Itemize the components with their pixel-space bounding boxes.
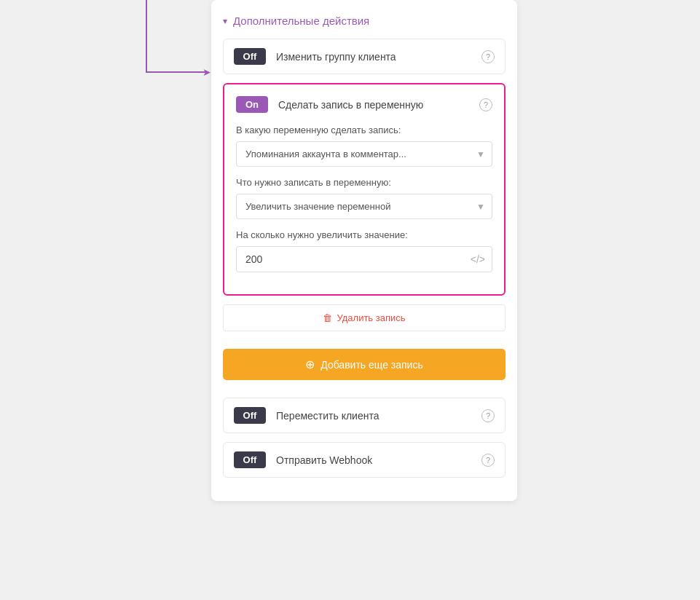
section-header[interactable]: ▾ Дополнительные действия <box>223 15 506 27</box>
action-select[interactable]: Увеличить значение переменной <box>236 194 492 219</box>
move-client-row: Off Переместить клиента ? <box>223 398 506 433</box>
delete-label: Удалить запись <box>337 312 405 323</box>
action-field-group: Что нужно записать в переменную: Увеличи… <box>236 177 492 219</box>
main-panel: ▾ Дополнительные действия Off Изменить г… <box>211 0 517 501</box>
add-record-label: Добавить еще запись <box>320 359 423 371</box>
connector-horizontal <box>146 71 208 73</box>
connector-line <box>146 0 147 73</box>
spacer-3 <box>223 389 506 398</box>
variable-select[interactable]: Упоминания аккаунта в комментар... <box>236 141 492 167</box>
spacer-2 <box>223 380 506 389</box>
send-webhook-help-icon[interactable]: ? <box>481 454 495 467</box>
connector-area: ➤ <box>0 0 211 600</box>
move-client-help-icon[interactable]: ? <box>481 409 495 422</box>
page-wrapper: ➤ ▾ Дополнительные действия Off Изменить… <box>0 0 700 600</box>
move-client-label: Переместить клиента <box>276 410 481 422</box>
change-group-help-icon[interactable]: ? <box>481 50 495 63</box>
change-group-toggle[interactable]: Off <box>234 48 266 65</box>
section-chevron-icon: ▾ <box>223 16 227 26</box>
send-webhook-toggle[interactable]: Off <box>234 451 266 468</box>
move-client-toggle[interactable]: Off <box>234 407 266 424</box>
section-title: Дополнительные действия <box>233 15 369 27</box>
increment-input-wrapper: </> <box>236 246 492 272</box>
add-record-button[interactable]: ⊕ Добавить еще запись <box>223 349 506 380</box>
increment-input[interactable] <box>236 246 492 272</box>
connector-arrow: ➤ <box>202 66 211 78</box>
change-group-label: Изменить группу клиента <box>276 51 481 63</box>
variable-select-wrapper: Упоминания аккаунта в комментар... ▼ <box>236 141 492 167</box>
variable-field-group: В какую переменную сделать запись: Упоми… <box>236 125 492 167</box>
increment-field-label: На сколько нужно увеличить значение: <box>236 229 492 240</box>
code-icon[interactable]: </> <box>471 253 485 265</box>
increment-field-group: На сколько нужно увеличить значение: </> <box>236 229 492 272</box>
change-group-row: Off Изменить группу клиента ? <box>223 39 506 74</box>
variable-field-label: В какую переменную сделать запись: <box>236 125 492 135</box>
action-select-wrapper: Увеличить значение переменной ▼ <box>236 194 492 219</box>
trash-icon: 🗑 <box>323 312 332 323</box>
delete-record-row[interactable]: 🗑 Удалить запись <box>223 304 506 331</box>
write-variable-label: Сделать запись в переменную <box>278 99 479 111</box>
send-webhook-row: Off Отправить Webhook ? <box>223 442 506 478</box>
write-variable-help-icon[interactable]: ? <box>479 98 492 111</box>
write-variable-toggle[interactable]: On <box>236 96 268 113</box>
action-field-label: Что нужно записать в переменную: <box>236 177 492 188</box>
send-webhook-label: Отправить Webhook <box>276 454 481 466</box>
write-variable-card: On Сделать запись в переменную ? В какую… <box>223 83 506 296</box>
spacer <box>223 340 506 349</box>
add-icon: ⊕ <box>305 358 315 371</box>
write-variable-toggle-row: On Сделать запись в переменную ? <box>236 96 492 113</box>
